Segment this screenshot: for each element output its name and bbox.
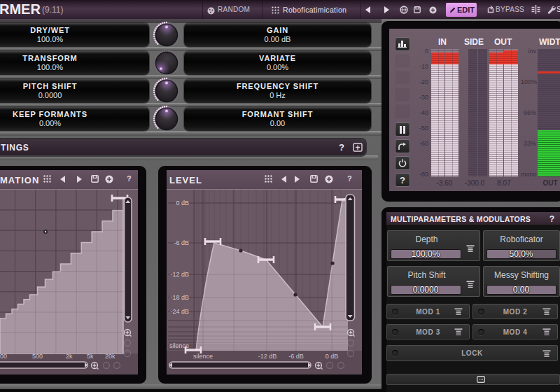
svg-text:500: 500 (32, 353, 43, 360)
svg-text:silence: silence (169, 342, 189, 349)
svg-text:-6 dB: -6 dB (174, 239, 189, 246)
svg-text:-18 dB: -18 dB (170, 294, 189, 301)
svg-text:00: 00 (0, 353, 7, 360)
svg-text:5k: 5k (87, 353, 94, 360)
svg-text:-6 dB: -6 dB (288, 353, 304, 360)
svg-text:0 dB: 0 dB (176, 200, 189, 206)
svg-text:2k: 2k (66, 353, 73, 360)
svg-text:20k: 20k (105, 353, 115, 360)
svg-text:-24 dB: -24 dB (170, 308, 189, 315)
svg-text:silence: silence (193, 353, 213, 360)
svg-text:0 dB: 0 dB (326, 353, 339, 360)
svg-text:-12 dB: -12 dB (170, 271, 189, 278)
svg-text:-12 dB: -12 dB (258, 353, 277, 360)
